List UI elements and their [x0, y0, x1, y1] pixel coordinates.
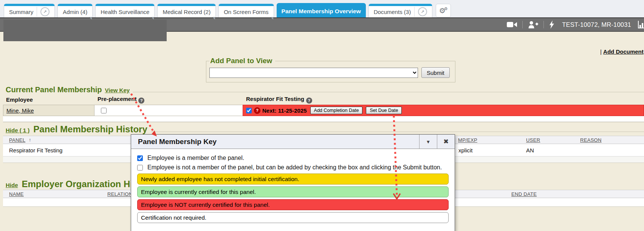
- history-comp-exp-value: xplicit: [458, 147, 473, 153]
- col-employee: Employee: [6, 96, 33, 103]
- tab-bar: Summary ↗ Admin (4) Health Surveillance …: [0, 0, 644, 17]
- tab-on-screen-forms[interactable]: On Screen Forms: [218, 4, 274, 17]
- dialog-title-bar[interactable]: Panel Membership Key ▾ ✖: [131, 135, 455, 149]
- col-panel[interactable]: PANEL: [9, 137, 25, 143]
- col-comp-exp[interactable]: MP/EXP: [458, 137, 477, 143]
- separator: |: [600, 48, 602, 55]
- view-key-link[interactable]: View Key: [105, 87, 130, 93]
- popout-icon[interactable]: ↗: [40, 7, 50, 16]
- help-glyph: ?: [256, 108, 259, 113]
- popout-glyph: ↗: [421, 9, 424, 14]
- popout-glyph: ↗: [43, 9, 47, 14]
- sort-ascending-icon[interactable]: ↑: [29, 137, 31, 143]
- col-pre-placement: Pre-placement?: [98, 96, 144, 104]
- key-item-not-required: Certification not required.: [137, 212, 449, 223]
- dialog-title: Panel Membership Key: [131, 135, 419, 149]
- membership-history-title: Panel Membership History: [33, 124, 147, 135]
- add-panel-fieldset: Add Panel to View Submit: [206, 57, 455, 82]
- help-icon-red[interactable]: ?: [254, 107, 260, 114]
- tab-summary[interactable]: Summary ↗: [4, 4, 55, 17]
- key-nonmember-row: Employee is not a member of the panel, b…: [137, 164, 449, 171]
- popout-icon[interactable]: ↗: [418, 7, 427, 16]
- close-icon: ✖: [443, 138, 449, 146]
- key-item-certified: Employee is currently certified for this…: [137, 186, 449, 197]
- tab-on-screen-forms-label: On Screen Forms: [224, 9, 268, 15]
- settings-gears-button[interactable]: ⚙ ⚙: [436, 4, 451, 17]
- respirator-member-checkbox[interactable]: [246, 108, 252, 113]
- header-divider: [522, 21, 523, 28]
- next-due-label: Next: 11-25-2025: [262, 107, 307, 114]
- video-camera-icon[interactable]: [507, 21, 517, 28]
- tab-health-surveillance-label: Health Surveillance: [101, 9, 149, 15]
- tab-health-surveillance[interactable]: Health Surveillance: [95, 4, 155, 17]
- membership-history-header: Hide ( 1 ) Panel Membership History: [6, 124, 644, 135]
- key-nonmember-checkbox[interactable]: [137, 165, 143, 171]
- patient-identifier: TEST-10072, MR-10031: [562, 21, 631, 28]
- add-panel-legend: Add Panel to View: [209, 57, 275, 65]
- key-member-label: Employee is a member of the panel.: [147, 155, 244, 161]
- lightning-icon[interactable]: [549, 20, 554, 29]
- key-item-not-certified: Employee is NOT currently certified for …: [137, 199, 449, 210]
- key-nonmember-label: Employee is not a member of the panel, b…: [147, 164, 442, 171]
- col-relationship[interactable]: RELATION: [107, 191, 132, 197]
- key-item-not-completed: Newly added employee has not completed i…: [137, 174, 449, 184]
- page: Summary ↗ Admin (4) Health Surveillance …: [0, 0, 644, 231]
- set-due-date-button[interactable]: Set Due Date: [366, 107, 402, 114]
- col-user[interactable]: USER: [526, 137, 540, 143]
- col-panel-label: PANEL: [9, 137, 25, 143]
- dialog-close-button[interactable]: ✖: [437, 135, 455, 149]
- tab-divider: [37, 7, 37, 17]
- col-end-date[interactable]: END DATE: [511, 191, 537, 197]
- employee-link[interactable]: Mine, Mike: [6, 107, 34, 114]
- tab-documents-label: Documents (3): [374, 9, 411, 15]
- dialog-collapse-button[interactable]: ▾: [419, 135, 437, 149]
- empty-table-strip: [3, 116, 644, 122]
- history-panel-value: Respirator Fit Testing: [9, 147, 62, 153]
- key-member-row: Employee is a member of the panel.: [137, 155, 449, 161]
- current-panel-title: Current Panel Membership: [6, 85, 102, 94]
- caret-down-icon: ▾: [427, 138, 430, 145]
- dialog-body: Employee is a member of the panel. Emplo…: [131, 149, 455, 223]
- tab-divider: [414, 7, 415, 17]
- submit-button[interactable]: Submit: [421, 67, 450, 78]
- add-panel-select[interactable]: [209, 68, 418, 78]
- key-member-checkbox[interactable]: [137, 155, 143, 161]
- history-user-value: AN: [526, 147, 534, 153]
- tab-documents[interactable]: Documents (3) ↗: [368, 4, 432, 17]
- tab-admin-label: Admin (4): [63, 9, 87, 15]
- tab-panel-membership-overview-label: Panel Membership Overview: [282, 8, 361, 15]
- tab-medical-record[interactable]: Medical Record (2): [157, 4, 216, 17]
- tab-medical-record-label: Medical Record (2): [163, 9, 211, 15]
- help-icon[interactable]: ?: [138, 98, 144, 104]
- col-reason[interactable]: REASON: [580, 137, 602, 143]
- col-respirator-fit-testing: Respirator Fit Testing?: [246, 96, 312, 104]
- add-completion-date-button[interactable]: Add Completion Date: [310, 107, 363, 114]
- tab-panel-membership-overview[interactable]: Panel Membership Overview: [277, 3, 366, 17]
- hide-employer-link[interactable]: Hide: [6, 182, 18, 188]
- gear-icon-small: ⚙: [444, 7, 448, 11]
- help-glyph: ?: [140, 98, 143, 103]
- current-panel-header: Current Panel Membership View Key: [6, 85, 644, 95]
- add-document-link[interactable]: Add Document: [603, 48, 644, 55]
- panel-membership-key-dialog: Panel Membership Key ▾ ✖ Employee is a m…: [131, 134, 455, 231]
- collapsed-header-panel: [3, 20, 167, 41]
- header-divider: [543, 21, 544, 28]
- bar-chart-icon[interactable]: [638, 21, 644, 28]
- pre-placement-checkbox[interactable]: [101, 108, 107, 113]
- employer-history-title: Employer Organization His: [22, 179, 138, 189]
- col-name[interactable]: NAME: [9, 191, 24, 197]
- section-line: [151, 132, 644, 132]
- section-line: [133, 92, 644, 92]
- help-glyph: ?: [308, 98, 311, 103]
- tab-summary-label: Summary: [9, 9, 33, 15]
- add-document-area: | Add Document: [600, 48, 644, 55]
- add-person-icon[interactable]: [528, 21, 538, 28]
- tab-admin[interactable]: Admin (4): [57, 4, 93, 17]
- help-icon[interactable]: ?: [306, 98, 312, 104]
- pre-placement-cell: [94, 105, 243, 116]
- respirator-status-cell: ? Next: 11-25-2025 Add Completion Date S…: [243, 105, 644, 116]
- hide-history-link[interactable]: Hide ( 1 ): [6, 127, 29, 133]
- employee-cell: Mine, Mike: [3, 105, 94, 116]
